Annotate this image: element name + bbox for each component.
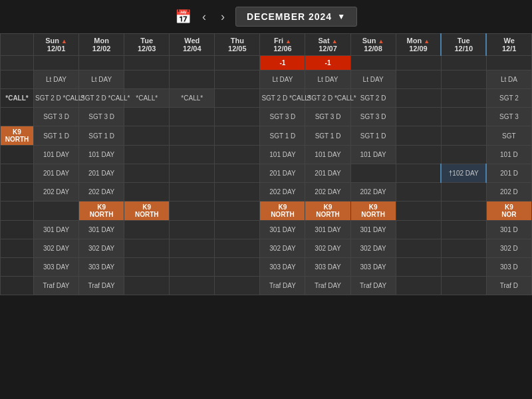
table-cell (215, 221, 260, 239)
table-cell (170, 258, 215, 277)
table-row: K9NORTHSGT 1 DSGT 1 DSGT 1 DSGT 1 DSGT 1… (1, 126, 532, 146)
col-header-sat-7: Sat ▲12/07 (305, 34, 350, 56)
table-cell: *CALL* (170, 89, 215, 108)
table-cell (441, 221, 486, 239)
table-cell (215, 108, 260, 126)
col-header-thu-5: Thu12/05 (215, 34, 260, 56)
table-cell: K9NORTH (260, 201, 305, 221)
calendar-icon: 📅 (175, 9, 192, 25)
table-cell: SGT 2 (486, 89, 531, 108)
table-cell: K9NORTH (305, 201, 350, 221)
row-label (1, 277, 34, 295)
col-header-mon-2: Mon12/02 (79, 34, 124, 56)
row-label (1, 221, 34, 239)
table-cell (215, 164, 260, 183)
table-row: K9NORTHK9NORTHK9NORTHK9NORTHK9NORTHK9NOR (1, 201, 532, 221)
month-selector[interactable]: DECEMBER 2024 ▼ (235, 7, 357, 27)
table-cell (396, 221, 441, 239)
alert-sat7: -1 (305, 56, 350, 70)
table-cell: 301 DAY (260, 221, 305, 239)
table-cell (441, 183, 486, 201)
table-cell (215, 258, 260, 277)
alert-tue10 (441, 56, 486, 70)
table-cell: 301 DAY (34, 221, 79, 239)
table-cell: 101 DAY (260, 146, 305, 164)
table-cell: 302 DAY (79, 239, 124, 258)
table-cell: 101 DAY (34, 146, 79, 164)
row-label: K9NORTH (1, 126, 34, 146)
table-cell: SGT 3 D (79, 108, 124, 126)
table-cell (124, 126, 170, 146)
table-cell: 202 DAY (260, 183, 305, 201)
table-cell: SGT 3 D (305, 108, 350, 126)
table-cell (396, 126, 441, 146)
alert-tue3 (124, 56, 170, 70)
table-cell: 302 DAY (260, 239, 305, 258)
table-cell: Traf DAY (305, 277, 350, 295)
table-cell: 301 DAY (79, 221, 124, 239)
table-cell: 303 DAY (34, 258, 79, 277)
table-cell: K9NORTH (79, 201, 124, 221)
table-cell: Traf DAY (350, 277, 396, 295)
header-row: Sun ▲12/01 Mon12/02 Tue12/03 Wed12/04 Th… (1, 34, 532, 56)
table-cell (124, 239, 170, 258)
table-cell: 303 DAY (350, 258, 396, 277)
col-header-wed-11: We12/1 (486, 34, 531, 56)
table-cell (34, 201, 79, 221)
nav-next-button[interactable]: › (217, 7, 229, 27)
table-cell: Lt DA (486, 70, 531, 89)
table-cell: SGT 2 D *CALL* (34, 89, 79, 108)
table-cell: SGT 3 (486, 108, 531, 126)
row-label (1, 239, 34, 258)
table-cell (441, 70, 486, 89)
table-cell (215, 70, 260, 89)
table-cell: 101 DAY (305, 146, 350, 164)
table-cell (396, 183, 441, 201)
table-cell (124, 164, 170, 183)
table-cell: 301 DAY (305, 221, 350, 239)
col-header-mon-9: Mon ▲12/09 (396, 34, 441, 56)
table-cell (215, 146, 260, 164)
table-cell: Lt DAY (34, 70, 79, 89)
table-cell (170, 108, 215, 126)
table-cell (124, 221, 170, 239)
table-cell (170, 277, 215, 295)
table-cell (170, 126, 215, 146)
table-cell: 302 D (486, 239, 531, 258)
table-cell: 303 DAY (260, 258, 305, 277)
table-cell (215, 201, 260, 221)
row-label (1, 164, 34, 183)
table-cell (215, 183, 260, 201)
table-cell (441, 108, 486, 126)
table-cell (170, 70, 215, 89)
table-cell (441, 126, 486, 146)
table-cell: SGT 1 D (34, 126, 79, 146)
alert-label-cell (1, 56, 34, 70)
table-cell: †102 DAY (441, 164, 486, 183)
table-cell (396, 146, 441, 164)
table-cell (215, 126, 260, 146)
table-cell: 303 D (486, 258, 531, 277)
table-cell: K9NORTH (124, 201, 170, 221)
table-row: Traf DAYTraf DAYTraf DAYTraf DAYTraf DAY… (1, 277, 532, 295)
table-cell: Traf DAY (260, 277, 305, 295)
table-cell (396, 89, 441, 108)
table-cell (350, 164, 396, 183)
table-cell: 202 DAY (79, 183, 124, 201)
col-header-sun-1: Sun ▲12/01 (34, 34, 79, 56)
table-cell: 303 DAY (79, 258, 124, 277)
row-label (1, 183, 34, 201)
nav-prev-button[interactable]: ‹ (198, 7, 210, 27)
table-cell (170, 221, 215, 239)
table-cell (170, 146, 215, 164)
table-cell (124, 277, 170, 295)
table-cell: Lt DAY (79, 70, 124, 89)
table-cell: SGT 3 D (34, 108, 79, 126)
table-row: 302 DAY302 DAY302 DAY302 DAY302 DAY302 D (1, 239, 532, 258)
table-cell: Lt DAY (350, 70, 396, 89)
table-row: 303 DAY303 DAY303 DAY303 DAY303 DAY303 D (1, 258, 532, 277)
table-cell (396, 108, 441, 126)
table-cell (215, 239, 260, 258)
table-cell: 101 DAY (350, 146, 396, 164)
col-header-fri-6: Fri ▲12/06 (260, 34, 305, 56)
